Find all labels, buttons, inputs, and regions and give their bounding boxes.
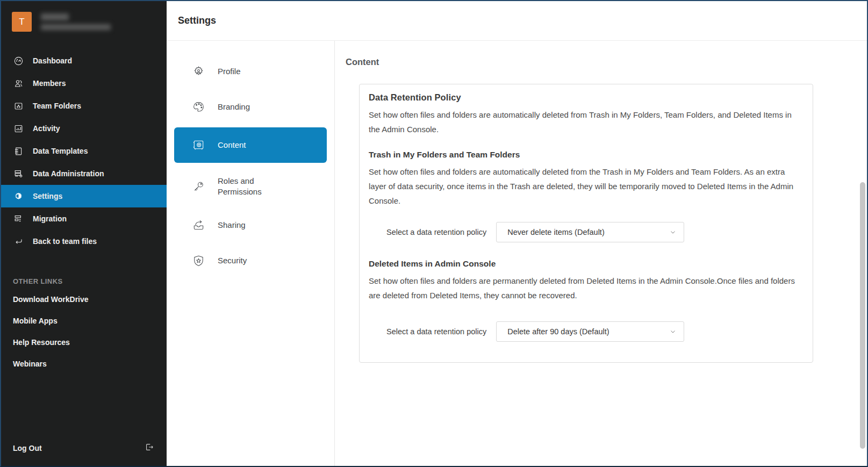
deleted-items-section-description: Set how often files and folders are perm… bbox=[369, 274, 799, 303]
settings-nav-roles-permissions[interactable]: Roles and Permissions bbox=[167, 166, 334, 208]
members-icon bbox=[13, 78, 24, 89]
trash-policy-selected-value: Never delete items (Default) bbox=[507, 228, 605, 236]
settings-nav-security[interactable]: Security bbox=[167, 243, 334, 279]
data-administration-icon bbox=[13, 168, 24, 179]
trash-policy-select[interactable]: Never delete items (Default) bbox=[496, 222, 684, 242]
sidebar-item-migration[interactable]: Migration bbox=[1, 207, 167, 230]
sidebar-item-settings[interactable]: Settings bbox=[1, 185, 167, 207]
team-switcher[interactable]: T bbox=[1, 1, 167, 32]
card-intro-text: Set how often files and folders are auto… bbox=[369, 107, 799, 136]
main-panel: Settings Profile Branding bbox=[167, 1, 867, 466]
data-templates-icon bbox=[13, 146, 24, 156]
migration-icon bbox=[13, 213, 24, 224]
sidebar-item-data-administration[interactable]: Data Administration bbox=[1, 162, 167, 185]
chevron-down-icon bbox=[669, 328, 677, 335]
team-folders-icon bbox=[13, 100, 24, 111]
settings-nav-label: Sharing bbox=[218, 220, 246, 231]
page-header: Settings bbox=[167, 1, 867, 41]
settings-nav-label: Profile bbox=[218, 66, 241, 77]
sidebar-item-back-to-team-files[interactable]: Back to team files bbox=[1, 230, 167, 253]
settings-nav-profile[interactable]: Profile bbox=[167, 54, 334, 89]
deleted-items-policy-label: Select a data retention policy bbox=[386, 327, 486, 336]
sidebar-item-data-templates[interactable]: Data Templates bbox=[1, 140, 167, 162]
trash-section-description: Set how often files and folders are auto… bbox=[369, 164, 799, 208]
team-subtitle-blurred bbox=[41, 24, 111, 30]
deleted-items-policy-row: Select a data retention policy Delete af… bbox=[386, 321, 799, 342]
trash-section-heading: Trash in My Folders and Team Folders bbox=[369, 150, 799, 160]
page-title: Settings bbox=[178, 15, 216, 26]
settings-nav-content[interactable]: Content bbox=[174, 127, 327, 163]
deleted-items-policy-selected-value: Delete after 90 days (Default) bbox=[507, 327, 609, 336]
content-section-title: Content bbox=[346, 57, 867, 67]
sidebar-item-label: Team Folders bbox=[33, 102, 81, 110]
team-name-blurred bbox=[41, 13, 69, 20]
dashboard-icon bbox=[13, 55, 24, 66]
content-pane: Content Data Retention Policy Set how of… bbox=[335, 41, 867, 466]
chevron-down-icon bbox=[669, 228, 677, 236]
team-avatar[interactable]: T bbox=[12, 12, 32, 32]
trash-policy-row: Select a data retention policy Never del… bbox=[386, 222, 799, 242]
sidebar-item-label: Migration bbox=[33, 214, 67, 223]
back-arrow-icon bbox=[13, 236, 24, 247]
other-links-section: OTHER LINKS Download WorkDrive Mobile Ap… bbox=[1, 277, 167, 375]
settings-nav-label: Security bbox=[218, 255, 247, 266]
sidebar-item-label: Activity bbox=[33, 124, 60, 133]
logout-label: Log Out bbox=[13, 444, 42, 452]
card-title: Data Retention Policy bbox=[369, 92, 799, 103]
sidebar-item-team-folders[interactable]: Team Folders bbox=[1, 95, 167, 117]
link-webinars[interactable]: Webinars bbox=[1, 353, 167, 375]
palette-icon bbox=[191, 99, 206, 114]
workdrive-admin-window: T Dashboard Members bbox=[0, 0, 868, 467]
link-download-workdrive[interactable]: Download WorkDrive bbox=[1, 289, 167, 310]
settings-nav: Profile Branding Content bbox=[167, 41, 335, 466]
sidebar-item-dashboard[interactable]: Dashboard bbox=[1, 49, 167, 72]
logout-icon bbox=[144, 442, 155, 454]
other-links-title: OTHER LINKS bbox=[1, 277, 167, 289]
safe-icon bbox=[191, 138, 206, 153]
deleted-items-section-heading: Deleted Items in Admin Console bbox=[369, 259, 799, 269]
sidebar-item-members[interactable]: Members bbox=[1, 72, 167, 95]
settings-nav-label: Branding bbox=[218, 102, 250, 112]
sidebar-item-label: Members bbox=[33, 79, 66, 88]
settings-nav-sharing[interactable]: Sharing bbox=[167, 208, 334, 243]
settings-nav-label: Roles and Permissions bbox=[218, 176, 288, 198]
sidebar-item-label: Data Administration bbox=[33, 169, 104, 178]
activity-icon bbox=[13, 123, 24, 134]
sidebar-item-label: Back to team files bbox=[33, 237, 97, 246]
sidebar-item-label: Dashboard bbox=[33, 56, 72, 65]
share-tray-icon bbox=[191, 218, 206, 233]
settings-icon bbox=[13, 191, 24, 202]
team-name-redacted bbox=[41, 12, 111, 30]
link-mobile-apps[interactable]: Mobile Apps bbox=[1, 310, 167, 332]
vertical-scrollbar[interactable] bbox=[860, 182, 865, 449]
sidebar-item-label: Settings bbox=[33, 192, 62, 200]
admin-sidebar: T Dashboard Members bbox=[1, 1, 167, 466]
link-help-resources[interactable]: Help Resources bbox=[1, 332, 167, 353]
settings-nav-label: Content bbox=[218, 140, 246, 150]
key-icon bbox=[191, 179, 206, 194]
shield-star-icon bbox=[191, 254, 206, 269]
settings-nav-branding[interactable]: Branding bbox=[167, 89, 334, 125]
trash-policy-label: Select a data retention policy bbox=[386, 228, 486, 236]
sidebar-item-activity[interactable]: Activity bbox=[1, 117, 167, 140]
logout-button[interactable]: Log Out bbox=[1, 442, 167, 466]
sidebar-nav: Dashboard Members Team Folders Activity bbox=[1, 49, 167, 253]
deleted-items-policy-select[interactable]: Delete after 90 days (Default) bbox=[496, 321, 684, 342]
sidebar-item-label: Data Templates bbox=[33, 147, 88, 155]
profile-gear-icon bbox=[191, 64, 206, 79]
data-retention-policy-card: Data Retention Policy Set how often file… bbox=[359, 84, 813, 363]
